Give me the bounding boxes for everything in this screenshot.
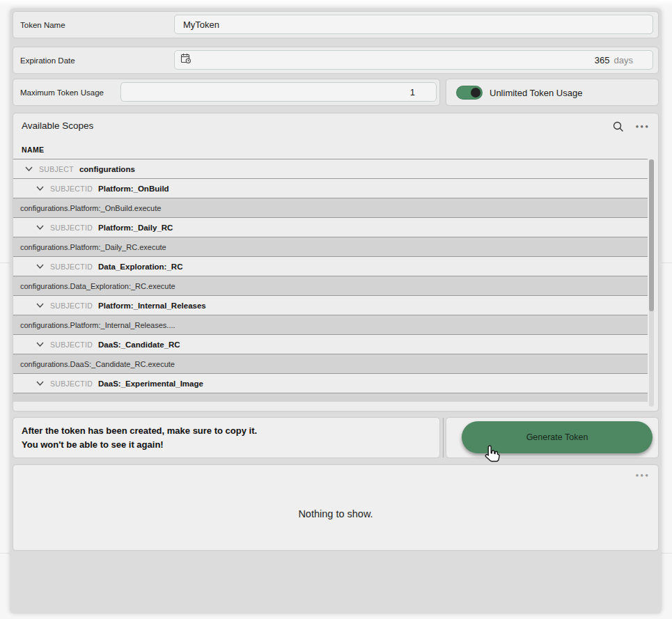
max-usage-input[interactable]: 1: [120, 82, 437, 102]
result-menu-icon[interactable]: ●●●: [636, 472, 650, 478]
scrollbar-thumb[interactable]: [649, 159, 654, 311]
scopes-scrollbar[interactable]: [649, 159, 654, 407]
scope-leaf-row[interactable]: configurations.Platform:_Daily_RC.execut…: [13, 237, 648, 257]
scope-row-name: Data_Exploration:_RC: [98, 263, 182, 271]
scope-leaf-row[interactable]: configurations.Platform:_OnBuild.execute: [13, 198, 648, 218]
scope-leaf-label: configurations.Data_Exploration:_RC.exec…: [20, 282, 175, 290]
toggle-knob: [471, 88, 480, 97]
generate-token-dialog: Token Name MyToken Expiration Date: [10, 8, 662, 613]
scope-row-tag: SUBJECTID: [50, 379, 93, 388]
scope-row-tag: SUBJECTID: [50, 224, 93, 232]
max-usage-row: Maximum Token Usage 1: [13, 79, 439, 105]
result-panel: ●●● Nothing to show.: [13, 465, 658, 550]
token-name-input[interactable]: MyToken: [174, 15, 653, 34]
scope-group-row[interactable]: SUBJECTIDPlatform:_Internal_Releases: [13, 296, 648, 315]
unlimited-usage-row: Unlimited Token Usage: [446, 79, 658, 105]
chevron-down-icon[interactable]: [25, 166, 33, 171]
scope-row-tag: SUBJECT: [39, 165, 74, 173]
scope-row-name: DaaS:_Candidate_RC: [98, 340, 180, 349]
scopes-tree: SUBJECTconfigurationsSUBJECTIDPlatform:_…: [13, 159, 648, 402]
token-name-label: Token Name: [20, 21, 65, 29]
scope-row-tag: SUBJECTID: [50, 340, 93, 349]
chevron-down-icon[interactable]: [36, 186, 44, 191]
warning-line-1: After the token has been created, make s…: [22, 424, 431, 438]
warning-line-2: You won't be able to see it again!: [22, 438, 431, 452]
scope-row-name: Platform:_Daily_RC: [98, 224, 173, 232]
expiration-date-row: Expiration Date 365days: [13, 47, 658, 73]
scope-group-row[interactable]: SUBJECTIDPlatform:_Daily_RC: [13, 218, 648, 237]
max-usage-value: 1: [410, 87, 415, 97]
scope-leaf-label: configurations.DaaS:_Candidate_RC.execut…: [20, 360, 175, 368]
scope-row-tag: SUBJECTID: [50, 185, 93, 193]
scope-row-name: Platform:_OnBuild: [98, 185, 169, 193]
scope-group-row[interactable]: SUBJECTIDPlatform:_OnBuild: [13, 179, 648, 198]
scope-group-row[interactable]: SUBJECTconfigurations: [13, 159, 648, 179]
empty-state-text: Nothing to show.: [13, 508, 658, 519]
chevron-down-icon[interactable]: [36, 225, 44, 230]
scope-leaf-row[interactable]: [13, 393, 648, 402]
expiration-date-input[interactable]: 365days: [174, 50, 653, 70]
scope-row-tag: SUBJECTID: [50, 263, 93, 271]
panel-divider: [443, 418, 444, 457]
chevron-down-icon[interactable]: [36, 264, 44, 269]
generate-token-button[interactable]: Generate Token: [462, 421, 653, 453]
scope-leaf-label: configurations.Platform:_OnBuild.execute: [20, 204, 161, 212]
scope-row-name: DaaS:_Experimental_Image: [98, 379, 203, 388]
scope-row-name: Platform:_Internal_Releases: [98, 301, 206, 310]
chevron-down-icon[interactable]: [36, 342, 44, 347]
chevron-down-icon[interactable]: [36, 303, 44, 308]
available-scopes-panel: Available Scopes ●●● NAME SUBJECTconfigu…: [13, 113, 658, 411]
chevron-down-icon[interactable]: [36, 381, 44, 386]
calendar-clock-icon[interactable]: [180, 53, 192, 67]
scope-leaf-label: configurations.Platform:_Daily_RC.execut…: [20, 243, 166, 251]
page-background: Token Name MyToken Expiration Date: [0, 0, 672, 619]
scope-leaf-label: configurations.Platform:_Internal_Releas…: [20, 321, 175, 329]
search-icon[interactable]: [612, 120, 626, 134]
copy-warning-panel: After the token has been created, make s…: [13, 418, 439, 457]
unlimited-usage-toggle[interactable]: [456, 86, 483, 100]
generate-button-panel: Generate Token: [446, 418, 658, 457]
available-scopes-title: Available Scopes: [22, 120, 93, 131]
scope-group-row[interactable]: SUBJECTIDData_Exploration:_RC: [13, 257, 648, 276]
scope-group-row[interactable]: SUBJECTIDDaaS:_Candidate_RC: [13, 335, 648, 354]
scope-leaf-row[interactable]: configurations.Platform:_Internal_Releas…: [13, 315, 648, 335]
scopes-menu-icon[interactable]: ●●●: [636, 123, 650, 130]
scope-row-tag: SUBJECTID: [50, 301, 93, 310]
expiration-date-label: Expiration Date: [20, 56, 75, 65]
scope-leaf-row[interactable]: configurations.DaaS:_Candidate_RC.execut…: [13, 354, 648, 374]
scope-group-row[interactable]: SUBJECTIDDaaS:_Experimental_Image: [13, 374, 648, 393]
expiration-days-value: 365days: [595, 55, 633, 65]
scope-row-name: configurations: [79, 165, 135, 173]
scopes-column-header: NAME: [22, 146, 45, 154]
token-name-value: MyToken: [183, 19, 219, 30]
token-name-row: Token Name MyToken: [13, 12, 658, 38]
max-usage-label: Maximum Token Usage: [20, 88, 104, 97]
scope-leaf-row[interactable]: configurations.Data_Exploration:_RC.exec…: [13, 276, 648, 296]
unlimited-usage-label: Unlimited Token Usage: [490, 87, 582, 97]
